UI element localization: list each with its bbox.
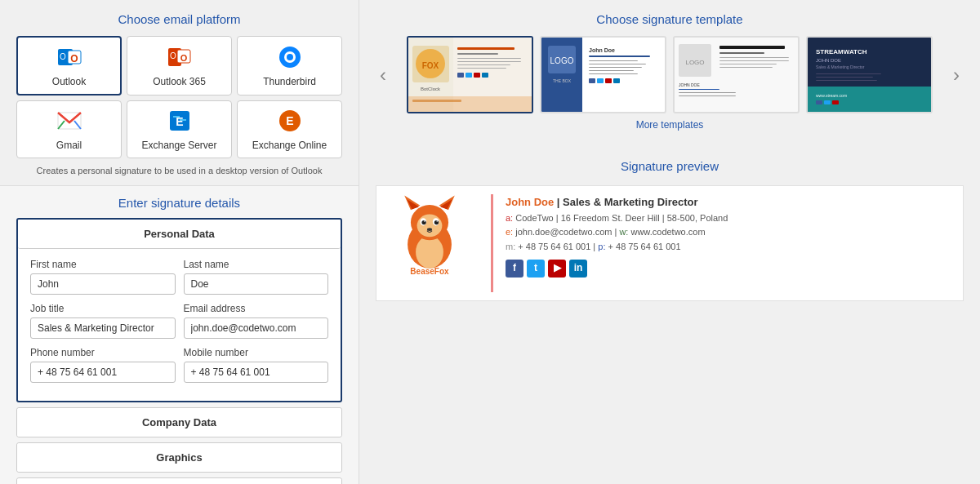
svg-rect-27: [457, 53, 498, 55]
svg-text:LOGO: LOGO: [550, 56, 574, 65]
svg-rect-61: [719, 64, 777, 64]
more-templates: More templates: [376, 118, 964, 131]
platform-thunderbird[interactable]: Thunderbird: [237, 36, 342, 95]
platform-exchange-label: Exchange Server: [141, 140, 216, 151]
svg-point-80: [416, 236, 443, 269]
phone-field: Phone number: [30, 347, 176, 383]
last-name-input[interactable]: [184, 273, 329, 295]
svg-point-86: [417, 215, 443, 238]
template-thumbnail-1: FOX BotClock: [408, 38, 532, 112]
social-icons-row: f t ▶ in: [506, 260, 951, 278]
svg-rect-78: [832, 100, 839, 104]
template-item-1[interactable]: FOX BotClock: [407, 36, 533, 113]
mobile-input[interactable]: [184, 362, 329, 383]
signature-details-title: Enter signature details: [16, 196, 342, 210]
svg-text:JOHN DOE: JOHN DOE: [679, 82, 701, 87]
platform-gmail[interactable]: Gmail: [16, 100, 122, 158]
email-input[interactable]: [184, 317, 329, 339]
personal-data-header[interactable]: Personal Data: [18, 220, 341, 249]
template-item-3[interactable]: LOGO JOHN DOE: [673, 36, 800, 113]
svg-rect-17: [180, 119, 186, 121]
outlook-icon: O O: [56, 44, 82, 73]
platform-exchangeonline[interactable]: E Exchange Online: [237, 100, 342, 158]
svg-point-10: [287, 54, 293, 60]
svg-rect-52: [605, 78, 612, 83]
first-name-field: First name: [30, 259, 176, 295]
job-title-input[interactable]: [30, 317, 176, 339]
svg-rect-53: [613, 78, 620, 83]
thunderbird-icon: [277, 44, 303, 73]
svg-rect-26: [457, 47, 514, 50]
svg-rect-30: [457, 64, 510, 65]
signature-web: www.codetwo.com: [630, 227, 705, 237]
platform-outlook-label: Outlook: [52, 76, 86, 87]
platform-note: Creates a personal signature to be used …: [16, 165, 342, 177]
phone-label: p:: [598, 242, 605, 251]
twitter-icon[interactable]: t: [527, 260, 545, 278]
svg-rect-68: [808, 87, 931, 112]
signature-preview-title: Signature preview: [376, 159, 964, 173]
youtube-icon[interactable]: ▶: [548, 260, 566, 278]
svg-point-90: [434, 220, 439, 224]
platform-outlook365[interactable]: O O Outlook 365: [127, 36, 232, 95]
svg-rect-37: [412, 100, 461, 102]
svg-rect-74: [816, 80, 877, 81]
template-thumbnail-4: STREAMWATCH JOHN DOE Sales & Marketing D…: [808, 38, 931, 112]
graphics-accordion: Graphics: [16, 442, 342, 473]
svg-rect-77: [824, 100, 831, 104]
svg-text:E: E: [286, 114, 293, 127]
svg-text:STREAMWATCH: STREAMWATCH: [816, 48, 867, 56]
template-item-4[interactable]: STREAMWATCH JOHN DOE Sales & Marketing D…: [806, 36, 933, 113]
template-section: Choose signature template ‹: [359, 0, 980, 139]
platform-section-title: Choose email platform: [16, 12, 342, 26]
first-name-label: First name: [30, 259, 176, 270]
svg-point-91: [424, 220, 425, 222]
email-label: Email address: [184, 303, 329, 314]
platform-outlook[interactable]: O O Outlook: [16, 36, 122, 95]
signature-address: CodeTwo | 16 Freedom St. Deer Hill | 58-…: [515, 213, 728, 223]
address-label: a:: [506, 213, 513, 223]
outlook365-icon: O O: [167, 44, 193, 73]
exchangeonline-icon: E: [277, 108, 303, 136]
signature-job-title: Sales & Marketing Director: [563, 196, 697, 208]
carousel-next-button[interactable]: ›: [949, 64, 964, 87]
carousel-prev-button[interactable]: ‹: [376, 64, 390, 87]
svg-rect-51: [597, 78, 604, 83]
svg-text:Sales & Marketing Director: Sales & Marketing Director: [816, 64, 865, 69]
signature-preview-section: Signature preview: [359, 147, 980, 313]
signature-text-content: John Doe | Sales & Marketing Director a:…: [506, 194, 951, 278]
svg-rect-44: [589, 56, 650, 57]
gmail-icon: [56, 108, 82, 136]
svg-rect-28: [457, 58, 521, 59]
svg-rect-29: [457, 61, 521, 62]
first-name-input[interactable]: [30, 273, 176, 295]
platform-grid: O O Outlook O O O: [16, 36, 342, 158]
svg-rect-59: [719, 57, 789, 58]
svg-text:JOHN DOE: JOHN DOE: [816, 58, 841, 63]
platform-exchange[interactable]: E Exchange Server: [127, 100, 232, 158]
svg-rect-49: [589, 73, 638, 74]
exchange-icon: E: [167, 108, 193, 136]
graphics-header[interactable]: Graphics: [17, 443, 341, 472]
facebook-icon[interactable]: f: [506, 260, 523, 278]
email-label: e:: [506, 227, 513, 237]
email-field: Email address: [184, 303, 329, 339]
more-templates-link[interactable]: More templates: [636, 119, 704, 131]
svg-text:FOX: FOX: [422, 61, 439, 70]
personal-data-accordion: Personal Data First name Last name: [16, 218, 342, 402]
svg-rect-60: [719, 60, 789, 61]
style-header[interactable]: Style: [17, 478, 341, 484]
phone-input[interactable]: [30, 362, 176, 383]
linkedin-icon[interactable]: in: [569, 260, 587, 278]
svg-rect-32: [457, 73, 464, 78]
web-label: w:: [619, 227, 628, 237]
platform-exchangeonline-label: Exchange Online: [252, 140, 327, 151]
platform-thunderbird-label: Thunderbird: [263, 76, 316, 87]
svg-point-89: [421, 220, 425, 224]
company-data-header[interactable]: Company Data: [17, 408, 341, 437]
svg-rect-66: [679, 95, 736, 96]
svg-text:John Doe: John Doe: [589, 47, 615, 53]
signature-mobile: + 48 75 64 61 001: [518, 242, 590, 251]
template-item-2[interactable]: LOGO THE BOX John Doe: [540, 36, 666, 113]
template-thumbnail-2: LOGO THE BOX John Doe: [541, 38, 665, 112]
